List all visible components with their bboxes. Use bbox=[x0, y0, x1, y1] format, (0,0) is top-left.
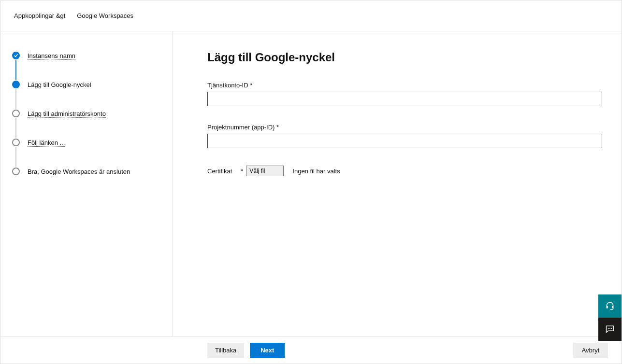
feedback-button[interactable] bbox=[598, 318, 622, 341]
help-fab-stack bbox=[598, 294, 622, 341]
breadcrumb-item-1[interactable]: Appkopplingar &gt bbox=[14, 12, 65, 19]
step-label: Lägg till administratörskonto bbox=[28, 110, 106, 117]
svg-point-2 bbox=[608, 328, 609, 329]
back-button[interactable]: Tillbaka bbox=[207, 343, 244, 358]
wizard-footer: Tillbaka Next Avbryt bbox=[0, 336, 622, 364]
svg-point-3 bbox=[609, 328, 610, 329]
step-add-admin-account[interactable]: Lägg till administratörskonto bbox=[12, 109, 160, 118]
next-button[interactable]: Next bbox=[250, 343, 285, 358]
project-number-input[interactable] bbox=[207, 134, 602, 148]
page-title: Lägg till Google-nyckel bbox=[207, 51, 602, 64]
field-service-account-id: Tjänstkonto-ID * bbox=[207, 82, 602, 106]
wizard-content: Lägg till Google-nyckel Tjänstkonto-ID *… bbox=[173, 31, 622, 336]
field-certificate: Certifikat * Välj fil Ingen fil har valt… bbox=[207, 166, 602, 176]
step-add-google-key[interactable]: Lägg till Google-nyckel bbox=[12, 80, 160, 89]
step-label: Instansens namn bbox=[28, 52, 75, 59]
cancel-button[interactable]: Avbryt bbox=[573, 343, 608, 358]
check-icon bbox=[12, 52, 20, 59]
svg-rect-0 bbox=[607, 306, 608, 308]
field-label: Tjänstkonto-ID * bbox=[207, 82, 602, 89]
step-label: Bra, Google Workspaces är ansluten bbox=[28, 168, 130, 175]
feedback-icon bbox=[605, 324, 615, 335]
svg-rect-1 bbox=[612, 306, 613, 308]
step-current-icon bbox=[12, 81, 20, 88]
cert-required-asterisk: * bbox=[241, 168, 243, 175]
step-done[interactable]: Bra, Google Workspaces är ansluten bbox=[12, 167, 160, 176]
choose-file-button[interactable]: Välj fil bbox=[246, 166, 284, 176]
step-follow-link[interactable]: Följ länken ... bbox=[12, 138, 160, 147]
step-label: Lägg till Google-nyckel bbox=[28, 81, 91, 88]
support-button[interactable] bbox=[598, 294, 622, 318]
wizard-stepper: Instansens namn Lägg till Google-nyckel … bbox=[0, 31, 173, 336]
step-instance-name[interactable]: Instansens namn bbox=[12, 51, 160, 60]
svg-point-4 bbox=[611, 328, 612, 329]
step-label: Följ länken ... bbox=[28, 139, 65, 146]
step-pending-icon bbox=[12, 110, 20, 117]
cert-label: Certifikat bbox=[207, 168, 232, 175]
breadcrumb-item-2[interactable]: Google Workspaces bbox=[77, 12, 133, 19]
breadcrumb: Appkopplingar &gt Google Workspaces bbox=[0, 0, 622, 31]
step-pending-icon bbox=[12, 168, 20, 175]
field-project-number: Projektnummer (app-ID) * bbox=[207, 124, 602, 148]
headset-icon bbox=[605, 301, 615, 312]
file-status: Ingen fil har valts bbox=[292, 168, 340, 175]
service-account-id-input[interactable] bbox=[207, 92, 602, 106]
field-label: Projektnummer (app-ID) * bbox=[207, 124, 602, 131]
step-pending-icon bbox=[12, 139, 20, 146]
